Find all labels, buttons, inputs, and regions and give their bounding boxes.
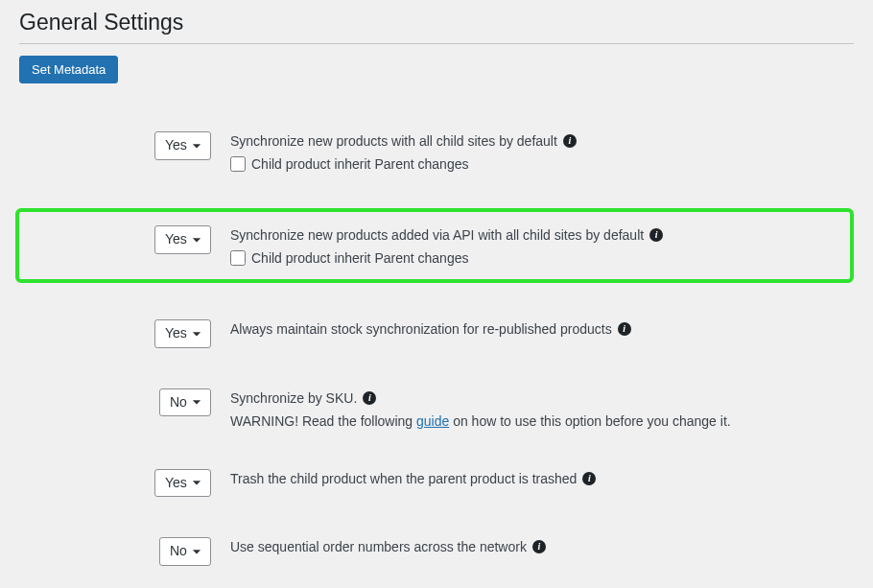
divider bbox=[19, 43, 854, 44]
sync-new-select[interactable]: Yes bbox=[154, 131, 211, 160]
setting-row-stock: Yes Always maintain stock synchronizatio… bbox=[19, 319, 854, 348]
info-icon[interactable]: i bbox=[363, 391, 376, 405]
seq-select[interactable]: No bbox=[159, 537, 211, 566]
setting-row-sync-new: Yes Synchronize new products with all ch… bbox=[19, 131, 854, 172]
trash-select[interactable]: Yes bbox=[154, 469, 211, 498]
setting-row-trash: Yes Trash the child product when the par… bbox=[19, 469, 854, 498]
stock-label: Always maintain stock synchronization fo… bbox=[230, 321, 612, 337]
setting-row-seq: No Use sequential order numbers across t… bbox=[19, 537, 854, 566]
sync-api-inherit-checkbox[interactable] bbox=[230, 250, 246, 266]
info-icon[interactable]: i bbox=[649, 228, 663, 242]
sync-api-checkbox-label: Child product inherit Parent changes bbox=[251, 250, 468, 266]
sku-select[interactable]: No bbox=[159, 388, 211, 417]
info-icon[interactable]: i bbox=[618, 322, 631, 336]
setting-row-sku: No Synchronize by SKU. i WARNING! Read t… bbox=[19, 388, 854, 429]
seq-label: Use sequential order numbers across the … bbox=[230, 539, 527, 554]
info-icon[interactable]: i bbox=[532, 540, 546, 553]
info-icon[interactable]: i bbox=[582, 472, 596, 485]
set-metadata-button[interactable]: Set Metadata bbox=[19, 56, 118, 83]
sync-new-label: Synchronize new products with all child … bbox=[230, 133, 557, 149]
sku-label: Synchronize by SKU. bbox=[230, 390, 357, 406]
sync-new-inherit-checkbox[interactable] bbox=[230, 156, 246, 172]
stock-select[interactable]: Yes bbox=[154, 319, 211, 348]
sync-api-select[interactable]: Yes bbox=[154, 225, 211, 254]
sku-warning-pre: WARNING! Read the following bbox=[230, 413, 416, 429]
page-title: General Settings bbox=[19, 10, 854, 35]
setting-row-sync-api: Yes Synchronize new products added via A… bbox=[15, 208, 854, 283]
guide-link[interactable]: guide bbox=[416, 413, 449, 429]
sync-new-checkbox-label: Child product inherit Parent changes bbox=[251, 156, 468, 172]
trash-label: Trash the child product when the parent … bbox=[230, 471, 577, 486]
sync-api-label: Synchronize new products added via API w… bbox=[230, 227, 644, 243]
sku-warning-post: on how to use this option before you cha… bbox=[449, 413, 730, 429]
info-icon[interactable]: i bbox=[563, 134, 577, 148]
